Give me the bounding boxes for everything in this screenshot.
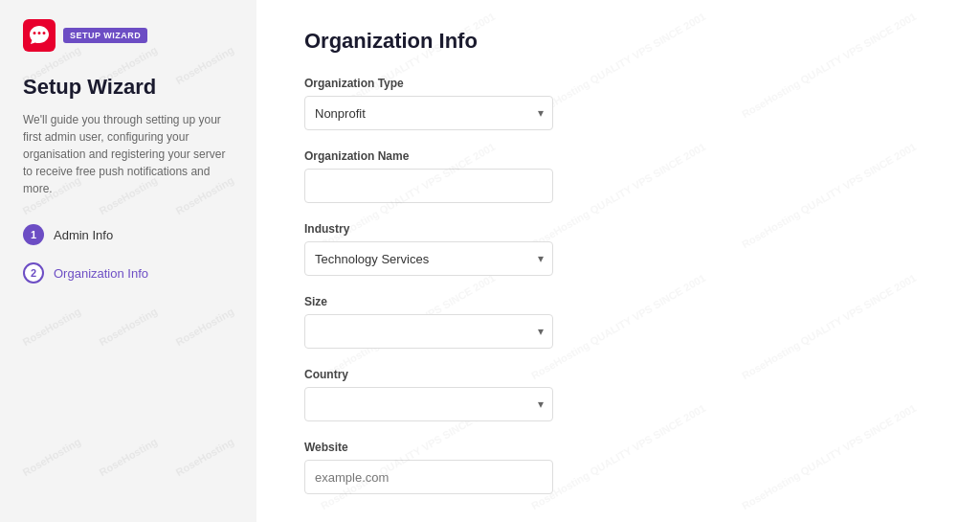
size-group: Size 1-10 11-50 51-200 201-500 500+ ▾	[304, 295, 932, 349]
org-name-label: Organization Name	[304, 149, 932, 163]
country-label: Country	[304, 368, 932, 381]
org-type-select[interactable]: Nonprofit For Profit Government Educatio…	[304, 96, 553, 130]
step-2-circle: 2	[23, 262, 44, 284]
industry-select-wrapper: Technology Services Finance Healthcare E…	[304, 241, 553, 276]
industry-select[interactable]: Technology Services Finance Healthcare E…	[304, 241, 553, 276]
size-select[interactable]: 1-10 11-50 51-200 201-500 500+	[304, 314, 553, 349]
size-select-wrapper: 1-10 11-50 51-200 201-500 500+ ▾	[304, 314, 553, 349]
rocket-chat-logo	[23, 19, 56, 52]
website-group: Website	[304, 441, 932, 494]
org-type-label: Organization Type	[304, 77, 932, 90]
step-admin-info[interactable]: 1 Admin Info	[23, 224, 234, 245]
main-content: RoseHosting QUALITY VPS SINCE 2001 RoseH…	[256, 0, 980, 522]
sidebar-description: We'll guide you through setting up your …	[23, 111, 234, 197]
industry-label: Industry	[304, 222, 932, 236]
step-1-circle: 1	[23, 224, 44, 245]
website-input[interactable]	[304, 460, 553, 494]
setup-wizard-badge: Setup Wizard	[63, 28, 147, 43]
step-org-info[interactable]: 2 Organization Info	[23, 262, 234, 284]
industry-group: Industry Technology Services Finance Hea…	[304, 222, 932, 276]
page-title: Organization Info	[304, 29, 932, 54]
logo-area: Setup Wizard	[23, 19, 234, 52]
org-name-input[interactable]	[304, 169, 553, 203]
country-select-wrapper: United States United Kingdom Canada Aust…	[304, 387, 553, 421]
org-name-group: Organization Name	[304, 149, 932, 203]
step-1-label: Admin Info	[54, 228, 113, 242]
sidebar: RoseHostingRoseHostingRoseHosting RoseHo…	[0, 0, 256, 522]
country-select[interactable]: United States United Kingdom Canada Aust…	[304, 387, 553, 421]
org-type-select-wrapper: Nonprofit For Profit Government Educatio…	[304, 96, 553, 130]
org-type-group: Organization Type Nonprofit For Profit G…	[304, 77, 932, 130]
country-group: Country United States United Kingdom Can…	[304, 368, 932, 421]
website-label: Website	[304, 441, 932, 454]
size-label: Size	[304, 295, 932, 308]
sidebar-title: Setup Wizard	[23, 75, 234, 100]
step-2-label: Organization Info	[54, 266, 148, 281]
